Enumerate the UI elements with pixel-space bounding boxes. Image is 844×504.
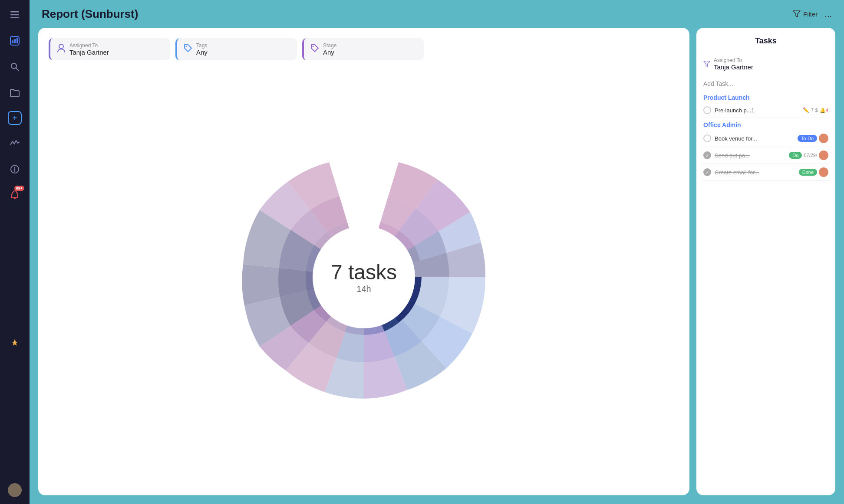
- tasks-title: Tasks: [696, 28, 835, 51]
- tasks-filter-row: Assigned To Tanja Gartner: [696, 51, 835, 77]
- tasks-filter-info: Assigned To Tanja Gartner: [714, 57, 753, 71]
- tasks-filter-icon: [703, 61, 710, 68]
- task-row: Book venue for... To-Do: [702, 130, 830, 147]
- header: Report (Sunburst) Filter ...: [30, 0, 844, 28]
- status-badge: To-Do: [798, 135, 817, 142]
- stage-values: Stage Any: [323, 43, 336, 56]
- svg-rect-1: [10, 14, 19, 16]
- project-label-product-launch: Product Launch: [702, 91, 830, 103]
- svg-rect-6: [16, 38, 18, 43]
- tags-values: Tags Any: [196, 43, 208, 56]
- task-checkbox-done[interactable]: ✓: [703, 151, 711, 159]
- tag-icon: [184, 44, 192, 54]
- folder-icon[interactable]: [7, 85, 23, 101]
- report-icon[interactable]: [7, 33, 23, 49]
- chart-container: 7 tasks 14h: [49, 69, 679, 485]
- stage-filter[interactable]: Stage Any: [302, 38, 424, 60]
- header-actions: Filter ...: [793, 9, 832, 19]
- add-task-button[interactable]: Add Task...: [702, 77, 830, 91]
- task-row: Pre-launch p...1 ✏️ 7 $ 🔔4: [702, 103, 830, 118]
- task-checkbox-done[interactable]: ✓: [703, 168, 711, 176]
- tasks-panel: Tasks Assigned To Tanja Gartner Add Task…: [696, 28, 835, 495]
- svg-rect-5: [14, 39, 16, 43]
- project-label-office-admin: Office Admin: [702, 118, 830, 130]
- sunburst-chart: 7 tasks 14h: [234, 147, 494, 407]
- assigned-to-value: Tanja Gartner: [69, 49, 109, 56]
- svg-point-15: [186, 46, 187, 47]
- stage-value: Any: [323, 49, 336, 56]
- tasks-filter-value: Tanja Gartner: [714, 63, 753, 71]
- dollar-icon: $: [815, 108, 818, 113]
- notification-badge: 99+: [14, 186, 24, 191]
- content-area: Assigned To Tanja Gartner Tags Any: [30, 28, 844, 504]
- task-row: ✓ Create email for... Done: [702, 164, 830, 181]
- alert-icon: 🔔4: [820, 108, 828, 113]
- search-icon[interactable]: [7, 59, 23, 75]
- svg-rect-12: [14, 198, 16, 199]
- plus-icon: +: [12, 113, 17, 123]
- svg-point-16: [313, 46, 314, 47]
- main-content: Report (Sunburst) Filter ...: [30, 0, 844, 504]
- filter-icon: [793, 10, 801, 17]
- chart-panel: Assigned To Tanja Gartner Tags Any: [38, 28, 689, 495]
- task-name: Send out pa...: [715, 152, 785, 159]
- menu-icon[interactable]: [7, 7, 23, 23]
- tasks-filter-label: Assigned To: [714, 57, 753, 63]
- info-icon[interactable]: [7, 161, 23, 177]
- more-button[interactable]: ...: [824, 9, 832, 19]
- task-meta: To-Do: [798, 134, 828, 143]
- svg-rect-4: [12, 40, 13, 43]
- task-meta: ✏️ 7 $ 🔔4: [803, 107, 828, 113]
- task-avatar: [819, 134, 828, 143]
- filter-button[interactable]: Filter: [793, 10, 818, 18]
- avatar[interactable]: [8, 483, 22, 497]
- task-checkbox[interactable]: [703, 134, 711, 142]
- svg-point-11: [14, 167, 15, 168]
- svg-point-17: [313, 226, 415, 328]
- task-meta: Done: [799, 167, 828, 177]
- status-badge: Do: [789, 152, 802, 159]
- sunburst-svg: [234, 147, 494, 407]
- svg-rect-2: [10, 17, 19, 19]
- task-name: Book venue for...: [715, 135, 794, 142]
- tasks-content: Add Task... Product Launch Pre-launch p.…: [696, 77, 835, 495]
- filter-label: Filter: [803, 10, 818, 18]
- pencil-icon: ✏️: [803, 107, 809, 113]
- sidebar: + 99+: [0, 0, 30, 504]
- tags-value: Any: [196, 49, 208, 56]
- task-avatar: [819, 151, 828, 160]
- stage-label: Stage: [323, 43, 336, 49]
- task-avatar: [819, 167, 828, 177]
- task-row: ✓ Send out pa... Do 07/29/: [702, 147, 830, 164]
- stage-icon: [311, 44, 319, 54]
- bell-icon[interactable]: 99+: [7, 187, 23, 203]
- task-count: 7: [811, 108, 814, 113]
- filter-bar: Assigned To Tanja Gartner Tags Any: [49, 38, 679, 60]
- assigned-to-filter[interactable]: Assigned To Tanja Gartner: [49, 38, 170, 60]
- activity-icon[interactable]: [7, 135, 23, 151]
- apps-icon[interactable]: [7, 335, 23, 351]
- assigned-to-values: Assigned To Tanja Gartner: [69, 43, 109, 56]
- svg-rect-0: [10, 11, 19, 13]
- svg-point-7: [11, 63, 16, 69]
- task-date: 07/29/: [804, 153, 817, 158]
- task-meta: Do 07/29/: [789, 151, 828, 160]
- status-badge: Done: [799, 169, 817, 176]
- svg-line-8: [16, 68, 19, 71]
- svg-point-14: [59, 44, 63, 49]
- user-icon: [57, 44, 65, 55]
- task-name: Pre-launch p...1: [715, 107, 799, 114]
- assigned-to-label: Assigned To: [69, 43, 109, 49]
- task-checkbox[interactable]: [703, 106, 711, 114]
- add-button[interactable]: +: [8, 111, 22, 125]
- tags-label: Tags: [196, 43, 208, 49]
- task-name: Create email for...: [715, 169, 795, 176]
- page-title: Report (Sunburst): [42, 7, 793, 21]
- tags-filter[interactable]: Tags Any: [175, 38, 297, 60]
